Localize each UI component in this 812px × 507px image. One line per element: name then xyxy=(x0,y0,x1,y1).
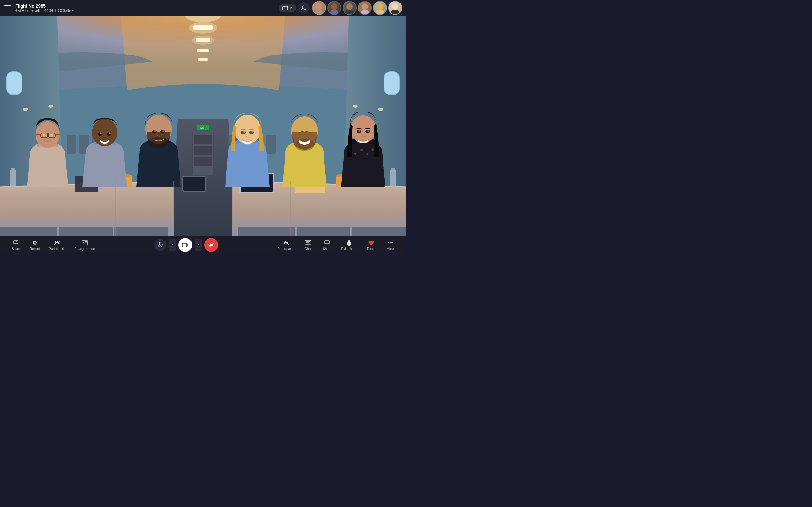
toolbar-right: Participants Chat Share xyxy=(273,238,400,252)
avatar-face-2 xyxy=(328,2,341,14)
svg-rect-3 xyxy=(60,11,61,12)
svg-rect-119 xyxy=(297,227,351,236)
svg-point-78 xyxy=(43,134,46,137)
participants-button-left[interactable]: Participants xyxy=(44,238,70,252)
svg-point-93 xyxy=(162,130,164,132)
top-controls xyxy=(279,1,402,15)
svg-point-145 xyxy=(388,242,389,243)
meeting-title-block: Flight No 2985 6 of 6 in the call | 44:3… xyxy=(15,3,73,12)
screen-icon xyxy=(282,6,288,10)
end-call-button[interactable] xyxy=(204,238,218,252)
svg-point-7 xyxy=(302,6,305,8)
toolbar-center: ∧ ∧ xyxy=(99,238,273,252)
svg-point-10 xyxy=(316,3,322,10)
svg-rect-30 xyxy=(198,58,208,61)
avatar-2[interactable] xyxy=(327,1,341,15)
change-scene-icon xyxy=(81,239,88,246)
avatar-face-5 xyxy=(374,2,386,14)
raise-hand-icon xyxy=(346,239,353,246)
share-button-right[interactable]: Share xyxy=(317,238,337,252)
avatar-face-3 xyxy=(343,2,356,14)
svg-rect-134 xyxy=(159,242,161,245)
camera-icon xyxy=(182,242,189,247)
svg-point-129 xyxy=(34,242,36,244)
svg-point-133 xyxy=(85,241,87,242)
bottom-toolbar: Share Record Participants xyxy=(0,236,406,253)
chevron-down-icon xyxy=(289,6,293,9)
mute-button[interactable] xyxy=(154,239,166,251)
svg-point-89 xyxy=(149,137,168,148)
avatar-1[interactable] xyxy=(312,1,326,15)
svg-point-146 xyxy=(390,242,391,243)
svg-rect-115 xyxy=(0,227,57,236)
add-person-icon xyxy=(301,5,307,11)
avatar-4[interactable] xyxy=(358,1,372,15)
share-button[interactable]: Share xyxy=(6,238,26,252)
avatar-6[interactable] xyxy=(388,1,402,15)
svg-point-18 xyxy=(377,3,383,10)
participant-avatars xyxy=(312,1,402,15)
svg-rect-54 xyxy=(10,170,16,187)
svg-rect-29 xyxy=(197,49,209,52)
svg-point-140 xyxy=(286,241,288,243)
svg-rect-127 xyxy=(14,240,18,244)
svg-point-113 xyxy=(358,130,360,132)
svg-point-107 xyxy=(366,153,368,155)
svg-point-79 xyxy=(50,134,53,137)
svg-point-147 xyxy=(392,242,393,243)
react-button[interactable]: React xyxy=(362,238,380,252)
svg-rect-1 xyxy=(60,9,61,10)
more-button[interactable]: More xyxy=(380,238,400,252)
svg-point-20 xyxy=(392,3,398,10)
avatar-5[interactable] xyxy=(373,1,387,15)
svg-point-12 xyxy=(331,3,338,10)
cabin-scene: EXIT xyxy=(0,16,406,236)
svg-rect-70 xyxy=(390,170,396,187)
svg-rect-55 xyxy=(11,168,15,170)
screen-share-button[interactable] xyxy=(279,4,296,12)
participants-icon-right xyxy=(282,239,289,246)
svg-point-106 xyxy=(360,149,363,151)
chat-label: Chat xyxy=(305,247,311,250)
svg-rect-137 xyxy=(183,243,187,247)
end-call-icon xyxy=(208,241,215,248)
chat-button[interactable]: Chat xyxy=(299,238,317,252)
main-video-area: EXIT xyxy=(0,16,406,236)
avatar-3[interactable] xyxy=(343,1,357,15)
meeting-meta: 6 of 6 in the call | 44:34 | Gallery xyxy=(15,9,73,12)
svg-rect-43 xyxy=(194,157,212,166)
svg-rect-0 xyxy=(58,9,59,10)
svg-point-114 xyxy=(367,130,369,132)
svg-point-15 xyxy=(345,9,354,14)
camera-chevron-button[interactable]: ∧ xyxy=(195,239,202,251)
view-mode[interactable]: Gallery xyxy=(58,9,73,12)
svg-point-130 xyxy=(55,241,57,243)
add-person-button[interactable] xyxy=(298,2,310,14)
svg-point-35 xyxy=(23,108,28,111)
mic-chevron-button[interactable]: ∧ xyxy=(169,239,176,251)
svg-point-26 xyxy=(189,22,217,34)
record-button[interactable]: Record xyxy=(26,238,44,252)
participants-button-right[interactable]: Participants xyxy=(273,238,299,252)
chat-icon xyxy=(305,239,311,246)
hamburger-menu[interactable] xyxy=(4,5,11,10)
top-bar: Flight No 2985 6 of 6 in the call | 44:3… xyxy=(0,0,406,16)
svg-point-13 xyxy=(330,9,339,14)
svg-point-11 xyxy=(315,9,323,14)
share-label: Share xyxy=(12,247,20,250)
svg-rect-141 xyxy=(305,240,311,244)
participants-icon-left xyxy=(54,239,61,246)
svg-point-100 xyxy=(243,131,245,133)
participants-label-left: Participants xyxy=(49,247,65,250)
more-label: More xyxy=(387,247,394,250)
toolbar-left: Share Record Participants xyxy=(6,238,99,252)
svg-rect-34 xyxy=(385,72,399,95)
avatar-face-1 xyxy=(313,2,325,14)
change-scene-button[interactable]: Change scene xyxy=(70,238,100,252)
camera-button[interactable] xyxy=(178,238,192,252)
meeting-title: Flight No 2985 xyxy=(15,3,73,9)
raise-hand-button[interactable]: Raise hand xyxy=(337,238,362,252)
svg-point-110 xyxy=(351,115,376,143)
record-icon xyxy=(32,239,38,246)
more-icon xyxy=(387,239,394,246)
